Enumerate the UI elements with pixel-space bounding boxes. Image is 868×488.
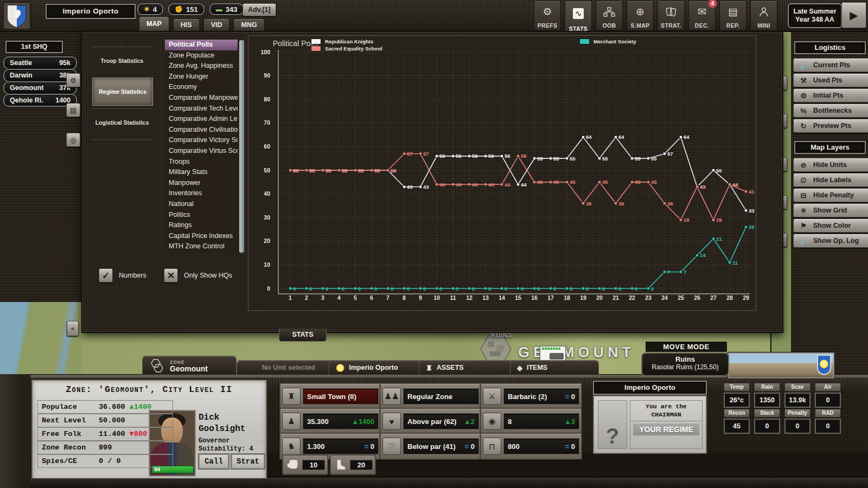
call-button[interactable]: Call [199, 454, 229, 469]
menu-item-ratings[interactable]: Ratings [165, 220, 238, 231]
checkbox-box[interactable]: ✕ [164, 268, 178, 282]
sidebar-button-used-pts[interactable]: ⚒Used Pts [793, 73, 868, 87]
sidebar-button-preview-pts[interactable]: ↻Preview Pts [793, 119, 868, 133]
tab-assets[interactable]: ♜ASSETS [419, 360, 521, 375]
chip-boot-icon[interactable]: 20 [330, 454, 376, 475]
item-box-icon: ◈ [517, 364, 522, 372]
checkbox-box[interactable]: ✓ [99, 268, 113, 282]
sidebar-button-hide-units[interactable]: ⊘Hide Units [793, 158, 868, 172]
stats-panel-tab[interactable]: STATS [279, 329, 327, 342]
zone-stat-cell[interactable]: Π800= 0 [480, 433, 582, 460]
regime-shield-icon[interactable] [2, 1, 31, 30]
regime-panel-body: ? You are the CHAIRMAN YOUR REGIME [593, 395, 707, 454]
tab-map[interactable]: MAP [139, 16, 169, 31]
shq-header[interactable]: 1st SHQ [5, 41, 63, 53]
bottom-scrollbar[interactable] [30, 478, 868, 488]
menu-item-comparative-tech-levels[interactable]: Comparative Tech Levels [165, 104, 238, 114]
zone-stat-cell[interactable]: ⚔Barbaric (2)= 0 [480, 383, 582, 410]
menu-item-zone-hunger[interactable]: Zone Hunger [165, 72, 238, 82]
advisor-button[interactable]: Adv.[1] [242, 3, 276, 16]
svg-text:0: 0 [407, 286, 410, 292]
oob-button[interactable]: OOB [596, 1, 623, 31]
svg-text:36: 36 [586, 201, 592, 207]
stats-button[interactable]: ∿STATS [565, 1, 592, 34]
tab-mng[interactable]: MNG [233, 18, 264, 31]
zone-stat-cell[interactable]: ♥Above par (62)▲2 [380, 408, 482, 435]
stat-menu-scrollbar[interactable] [239, 40, 245, 253]
menu-item-comparative-civilisation[interactable]: Comparative Civilisation [165, 125, 238, 136]
menu-item-comparative-victory-score[interactable]: Comparative Victory Score [165, 135, 238, 146]
unit-counter[interactable] [540, 346, 566, 362]
sidebar-button-show-op-log[interactable]: ⚓Show Op. Log [793, 234, 868, 248]
menu-item-inventories[interactable]: Inventories [165, 188, 238, 199]
location-plate[interactable]: Ruins Rasolar Ruins (125,50) [641, 352, 729, 376]
sidebar-button-show-grid[interactable]: ✳Show Grid [793, 203, 868, 217]
sidebar-button-current-pts[interactable]: ⚓Current Pts [793, 58, 868, 72]
svg-text:43: 43 [423, 184, 429, 190]
menu-item-comparative-admin-levels[interactable]: Comparative Admin Levels [165, 114, 238, 125]
menu-item-comparative-manpower[interactable]: Comparative Manpower [165, 93, 238, 104]
mini-button[interactable]: MINI [750, 1, 777, 31]
svg-text:56: 56 [456, 153, 462, 159]
zone-stat-cell[interactable]: ♜Small Town (II) [279, 383, 381, 410]
menu-item-mth-zone-control[interactable]: MTH Zone Control [165, 241, 238, 252]
menu-item-zone-populace[interactable]: Zone Populace [165, 50, 238, 61]
tab-vid[interactable]: VID [203, 18, 230, 31]
zone-stat-cell[interactable]: ♟35.300▲1400 [279, 408, 381, 435]
svg-text:20: 20 [264, 237, 270, 244]
resource-value: 151 [186, 5, 198, 14]
chip-fist-icon[interactable]: 10 [282, 454, 328, 475]
rep-button[interactable]: ▤REP. [719, 1, 746, 31]
world-map-left[interactable] [0, 302, 81, 377]
menu-item-zone-avg-happiness[interactable]: Zone Avg. Happiness [165, 61, 238, 72]
button-label: DEC. [695, 22, 709, 29]
tab-imperio-oporto[interactable]: ♌Imperio Oporto [329, 360, 431, 375]
collapse-panel-button[interactable]: « [67, 321, 79, 336]
smap-button[interactable]: ⊕S.MAP [627, 1, 654, 31]
sidebar-button-bottlenecks[interactable]: %Bottlenecks [793, 104, 868, 118]
sidebar-button-show-color[interactable]: ⚑Show Color [793, 219, 868, 233]
zone-stat-cell[interactable]: ♡Below par (41)= 0 [380, 433, 482, 460]
stat-category-2[interactable]: Regime Statistics [92, 78, 153, 106]
stat-category-1[interactable]: Troop Statistics [92, 47, 152, 74]
menu-item-political-polls[interactable]: Political Polls [165, 40, 238, 50]
stat-category-3[interactable]: Logistical Statistics [92, 108, 152, 136]
sidebar-button-initial-pts[interactable]: ⚙Initial Pts [793, 88, 868, 102]
zone-stat-cell[interactable]: ♟♟Regular Zone [380, 383, 482, 410]
end-turn-button[interactable]: ▶ [841, 2, 866, 28]
svg-text:24: 24 [661, 294, 668, 301]
svg-text:10: 10 [264, 261, 270, 268]
menu-item-economy[interactable]: Economy [165, 82, 238, 93]
regime-title[interactable]: Imperio Oporto [46, 4, 136, 19]
tab-zone[interactable]: ZONE Geomount [142, 356, 237, 375]
panel-edge-button-3[interactable]: ◎ [66, 133, 80, 147]
sidebar-button-hide-penalty[interactable]: ⊟Hide Penalty [793, 188, 868, 202]
menu-item-politics[interactable]: Politics [165, 210, 238, 221]
zone-row-value: 50.000 [94, 416, 125, 425]
menu-item-comparative-virtus-score[interactable]: Comparative Virtus Score [165, 146, 238, 157]
prefs-button[interactable]: ⚙PREFS [534, 1, 561, 31]
strat-button[interactable]: Strat [231, 454, 265, 469]
menu-item-troops[interactable]: Troops [165, 157, 238, 168]
menu-item-military-stats[interactable]: Military Stats [165, 167, 238, 178]
sun-icon: ☀ [144, 6, 150, 12]
sidebar-button-hide-labels[interactable]: ∅Hide Labels [793, 173, 868, 187]
tab-his[interactable]: HIS [173, 18, 200, 31]
dec-button[interactable]: ✉DEC.4 [688, 1, 716, 31]
menu-item-capital-price-indexes[interactable]: Capital Price Indexes [165, 231, 238, 242]
svg-text:1: 1 [289, 294, 292, 301]
tab-no-unit-selected[interactable]: No Unit selected [237, 360, 341, 375]
chip-value: 20 [350, 460, 373, 470]
svg-text:3: 3 [321, 294, 324, 301]
zone-row-label: Next Level [38, 416, 94, 425]
zone-stat-cell[interactable]: ◉8▲3 [480, 408, 582, 435]
menu-item-national[interactable]: National [165, 199, 238, 210]
strat-button[interactable]: STRAT. [658, 1, 685, 31]
city-item-seattle[interactable]: Seattle95k [3, 56, 77, 69]
your-regime-button[interactable]: YOUR REGIME [633, 423, 699, 435]
panel-edge-button-2[interactable]: ▤ [66, 103, 80, 117]
tab-items[interactable]: ◈ITEMS [510, 360, 599, 375]
panel-edge-button-1[interactable]: ⚙ [66, 73, 80, 87]
menu-item-manpower[interactable]: Manpower [165, 178, 238, 189]
weather-label: Air [815, 383, 841, 391]
